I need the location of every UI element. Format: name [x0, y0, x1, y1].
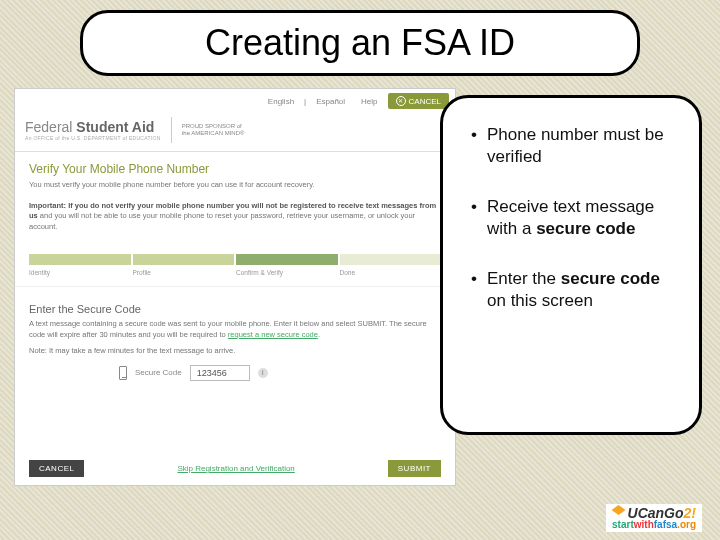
sponsor-text: PROUD SPONSOR of the AMERICAN MIND®: [182, 123, 245, 137]
lang-english-link[interactable]: English: [268, 97, 294, 106]
embedded-screenshot: English | Español Help CANCEL Federal St…: [14, 88, 456, 486]
verify-section: Verify Your Mobile Phone Number You must…: [15, 152, 455, 201]
footer-logos: UCanGo2! startwithfafsa.org: [606, 504, 702, 532]
top-bar: English | Español Help CANCEL: [15, 89, 455, 113]
info-icon[interactable]: i: [258, 368, 268, 378]
verify-text-2: Important: If you do not verify your mob…: [29, 201, 441, 233]
slide-title-text: Creating an FSA ID: [205, 22, 515, 64]
fsa-logo: Federal Student Aid An OFFICE of the U.S…: [25, 119, 161, 141]
help-link[interactable]: Help: [361, 97, 377, 106]
step-identity: Identity: [29, 269, 131, 276]
logo-sub: An OFFICE of the U.S. DEPARTMENT of EDUC…: [25, 135, 161, 141]
progress-labels: Identity Profile Confirm & Verify Done: [29, 269, 441, 276]
verify-text-1: You must verify your mobile phone number…: [29, 180, 441, 191]
step-done: Done: [340, 269, 442, 276]
secure-note: Note: It may take a few minutes for the …: [29, 346, 441, 357]
progress-bar: [29, 254, 441, 265]
bullet-1: Phone number must be verified: [471, 124, 679, 168]
logo-bold: Student Aid: [76, 119, 154, 135]
secure-heading: Enter the Secure Code: [29, 303, 441, 315]
secure-text: A text message containing a secure code …: [29, 319, 441, 340]
submit-button[interactable]: SUBMIT: [388, 460, 441, 477]
fsa-header: Federal Student Aid An OFFICE of the U.S…: [15, 113, 455, 152]
top-cancel-label: CANCEL: [409, 97, 441, 106]
verify-warning: Important: If you do not verify your mob…: [15, 201, 455, 243]
screenshot-footer: CANCEL Skip Registration and Verificatio…: [15, 450, 455, 485]
progress-seg-confirm: [236, 254, 338, 265]
secure-section: Enter the Secure Code A text message con…: [15, 293, 455, 389]
secure-code-row: Secure Code i: [119, 365, 441, 381]
progress-seg-done: [340, 254, 442, 265]
phone-icon: [119, 366, 127, 380]
top-cancel-button[interactable]: CANCEL: [388, 93, 449, 109]
lang-espanol-link[interactable]: Español: [316, 97, 345, 106]
bullets-box: Phone number must be verified Receive te…: [440, 95, 702, 435]
logo-divider: [171, 117, 172, 143]
secure-code-input[interactable]: [190, 365, 250, 381]
logo-thin: Federal: [25, 119, 76, 135]
step-profile: Profile: [133, 269, 235, 276]
progress-seg-identity: [29, 254, 131, 265]
step-confirm: Confirm & Verify: [236, 269, 338, 276]
ucango2-logo: UCanGo2!: [612, 506, 696, 520]
cancel-button[interactable]: CANCEL: [29, 460, 84, 477]
bullet-2: Receive text message with a secure code: [471, 196, 679, 240]
secure-code-label: Secure Code: [135, 368, 182, 377]
bullet-3: Enter the secure code on this screen: [471, 268, 679, 312]
startwithfafsa-logo: startwithfafsa.org: [612, 520, 696, 530]
progress-seg-profile: [133, 254, 235, 265]
request-new-code-link[interactable]: request a new secure code: [228, 330, 318, 339]
slide-title: Creating an FSA ID: [80, 10, 640, 76]
verify-heading: Verify Your Mobile Phone Number: [29, 162, 441, 176]
skip-link[interactable]: Skip Registration and Verification: [177, 464, 294, 473]
grad-cap-icon: [612, 505, 626, 515]
